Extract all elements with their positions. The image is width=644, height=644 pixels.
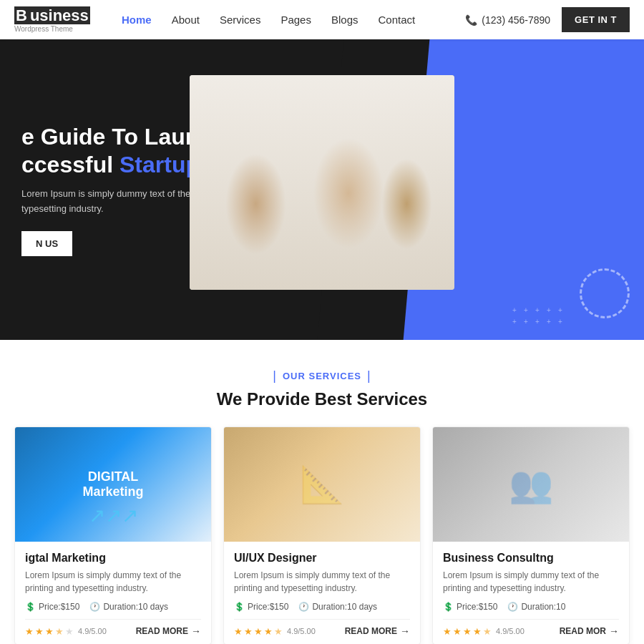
read-more-consulting[interactable]: READ MOR →	[560, 625, 619, 637]
star-2: ★	[453, 626, 462, 637]
navbar: Business Wordpress Theme Home About Serv…	[0, 0, 644, 39]
star-3: ★	[254, 626, 263, 637]
star-3: ★	[45, 626, 54, 637]
services-title: We Provide Best Services	[14, 389, 630, 409]
clock-icon-consulting: 🕐	[507, 602, 518, 612]
brand-name: Business	[14, 6, 100, 25]
star-5: ★	[483, 626, 492, 637]
read-more-arrow-consulting: →	[609, 625, 619, 637]
nav-about[interactable]: About	[172, 14, 200, 26]
nav-home[interactable]: Home	[122, 14, 152, 26]
hero-photo	[190, 75, 454, 290]
services-label: | OUR SERVICES |	[14, 369, 630, 384]
nav-blogs[interactable]: Blogs	[331, 14, 358, 26]
service-card-body-uiux: UI/UX Designer Lorem Ipsum is simply dum…	[224, 542, 420, 644]
nav-links: Home About Services Pages Blogs Contact	[122, 14, 465, 26]
services-grid: igtal Marketing Lorem Ipsum is simply du…	[14, 426, 630, 644]
contact-us-button[interactable]: N US	[21, 231, 72, 256]
phone-number: 📞 (123) 456-7890	[465, 14, 550, 26]
hero-image	[190, 75, 454, 290]
service-card-image-consulting: 👥	[433, 427, 629, 542]
star-4: ★	[473, 626, 482, 637]
star-2: ★	[35, 626, 44, 637]
service-card-meta-consulting: 💲 Price:$150 🕐 Duration:10	[443, 602, 619, 612]
service-card-uiux: 📐 UI/UX Designer Lorem Ipsum is simply d…	[223, 426, 421, 644]
service-card-footer-digital: ★ ★ ★ ★ ★ 4.9/5.00 READ MORE →	[25, 619, 201, 637]
nav-pages[interactable]: Pages	[280, 14, 311, 26]
service-card-desc-digital: Lorem Ipsum is simply dummy text of the …	[25, 569, 201, 595]
service-card-footer-uiux: ★ ★ ★ ★ ★ 4.9/5.00 READ MORE →	[234, 619, 410, 637]
service-card-title-digital: igtal Marketing	[25, 552, 201, 565]
brand-tagline: Wordpress Theme	[14, 25, 100, 33]
service-card-title-consulting: Business Consultng	[443, 552, 619, 565]
clock-icon-digital: 🕐	[89, 602, 100, 612]
rating-stars-uiux: ★ ★ ★ ★ ★ 4.9/5.00	[234, 626, 316, 637]
service-card-desc-uiux: Lorem Ipsum is simply dummy text of the …	[234, 569, 410, 595]
star-3: ★	[463, 626, 472, 637]
nav-contact[interactable]: Contact	[379, 14, 416, 26]
star-1: ★	[234, 626, 243, 637]
read-more-uiux[interactable]: READ MORE →	[345, 625, 410, 637]
read-more-digital[interactable]: READ MORE →	[136, 625, 201, 637]
logo: Business Wordpress Theme	[14, 6, 100, 33]
duration-digital: 🕐 Duration:10 days	[89, 602, 168, 612]
read-more-arrow-uiux: →	[400, 625, 410, 637]
get-in-button[interactable]: GET IN T	[562, 7, 630, 32]
star-2: ★	[244, 626, 253, 637]
service-card-meta-digital: 💲 Price:$150 🕐 Duration:10 days	[25, 602, 201, 612]
service-card-digital-marketing: igtal Marketing Lorem Ipsum is simply du…	[14, 426, 212, 644]
service-card-body-consulting: Business Consultng Lorem Ipsum is simply…	[433, 542, 629, 644]
star-4: ★	[55, 626, 64, 637]
read-more-arrow-digital: →	[191, 625, 201, 637]
duration-consulting: 🕐 Duration:10	[507, 602, 565, 612]
services-section: | OUR SERVICES | We Provide Best Service…	[0, 340, 644, 644]
service-card-title-uiux: UI/UX Designer	[234, 552, 410, 565]
label-bar-left: |	[273, 369, 277, 384]
price-digital: 💲 Price:$150	[25, 602, 79, 612]
price-icon-digital: 💲	[25, 602, 36, 612]
service-card-meta-uiux: 💲 Price:$150 🕐 Duration:10 days	[234, 602, 410, 612]
label-bar-right: |	[367, 369, 371, 384]
star-1: ★	[25, 626, 34, 637]
service-card-consulting: 👥 Business Consultng Lorem Ipsum is simp…	[432, 426, 630, 644]
service-card-image-uiux: 📐	[224, 427, 420, 542]
duration-uiux: 🕐 Duration:10 days	[298, 602, 377, 612]
phone-icon: 📞	[465, 14, 477, 26]
nav-services[interactable]: Services	[220, 14, 261, 26]
price-icon-uiux: 💲	[234, 602, 245, 612]
service-card-footer-consulting: ★ ★ ★ ★ ★ 4.9/5.00 READ MOR →	[443, 619, 619, 637]
service-card-desc-consulting: Lorem Ipsum is simply dummy text of the …	[443, 569, 619, 595]
service-card-body-digital: igtal Marketing Lorem Ipsum is simply du…	[15, 542, 211, 644]
rating-stars-digital: ★ ★ ★ ★ ★ 4.9/5.00	[25, 626, 107, 637]
dotted-circle-decoration	[580, 268, 630, 318]
plus-grid-decoration: + + + + + + + + + +	[512, 307, 565, 326]
star-5: ★	[274, 626, 283, 637]
service-card-image-digital	[15, 427, 211, 542]
star-1: ★	[443, 626, 452, 637]
price-icon-consulting: 💲	[443, 602, 454, 612]
star-4: ★	[264, 626, 273, 637]
price-uiux: 💲 Price:$150	[234, 602, 288, 612]
clock-icon-uiux: 🕐	[298, 602, 309, 612]
star-5: ★	[65, 626, 74, 637]
rating-stars-consulting: ★ ★ ★ ★ ★ 4.9/5.00	[443, 626, 525, 637]
hero-section: e Guide To Launching Your ccessful Start…	[0, 39, 644, 340]
price-consulting: 💲 Price:$150	[443, 602, 497, 612]
